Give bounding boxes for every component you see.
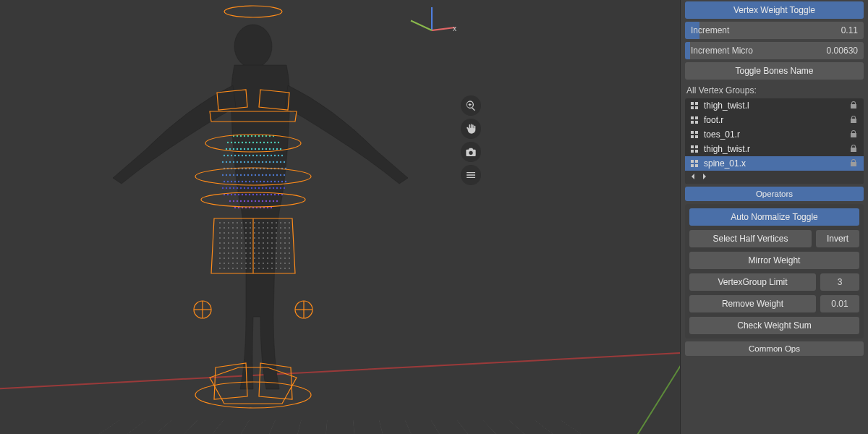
viewport-3d[interactable]: x xyxy=(0,0,680,434)
svg-point-76 xyxy=(276,161,278,163)
svg-point-69 xyxy=(251,161,252,163)
svg-point-136 xyxy=(233,187,234,189)
svg-point-292 xyxy=(280,247,281,249)
scroll-left-icon[interactable] xyxy=(689,172,697,182)
svg-point-273 xyxy=(271,242,273,244)
svg-point-243 xyxy=(289,232,290,234)
svg-point-164 xyxy=(271,194,272,195)
lock-icon[interactable] xyxy=(849,144,859,154)
remove-weight-value[interactable]: 0.01 xyxy=(820,295,859,312)
svg-point-215 xyxy=(241,227,242,229)
svg-point-130 xyxy=(278,181,279,182)
svg-point-217 xyxy=(250,227,251,229)
svg-point-346 xyxy=(219,268,221,269)
vertex-group-row[interactable]: thigh_twist.r xyxy=(685,142,864,156)
svg-point-142 xyxy=(255,187,256,189)
check-weight-sum-button[interactable]: Check Weight Sum xyxy=(689,317,859,334)
svg-point-124 xyxy=(256,181,258,182)
mirror-weight-button[interactable]: Mirror Weight xyxy=(689,252,859,269)
svg-rect-381 xyxy=(695,116,698,119)
svg-point-39 xyxy=(265,148,267,150)
camera-icon[interactable] xyxy=(461,142,481,162)
svg-point-319 xyxy=(250,258,251,259)
invert-button[interactable]: Invert xyxy=(816,230,859,247)
svg-point-284 xyxy=(245,247,247,249)
svg-point-63 xyxy=(229,161,231,163)
svg-point-259 xyxy=(284,237,286,239)
vertex-group-row[interactable]: foot.r xyxy=(685,113,864,127)
svg-point-332 xyxy=(232,263,234,264)
lock-icon[interactable] xyxy=(849,158,859,169)
svg-point-289 xyxy=(267,247,268,249)
svg-point-258 xyxy=(280,237,281,239)
svg-rect-384 xyxy=(691,131,694,134)
svg-point-161 xyxy=(260,194,261,195)
svg-point-204 xyxy=(267,222,268,224)
svg-point-225 xyxy=(284,227,286,229)
vertex-group-limit-value[interactable]: 3 xyxy=(820,273,859,291)
pan-hand-icon[interactable] xyxy=(461,119,481,139)
svg-point-61 xyxy=(222,161,224,163)
svg-point-25 xyxy=(271,142,272,143)
svg-point-67 xyxy=(244,161,245,163)
operators-header-button[interactable]: Operators xyxy=(685,187,864,201)
svg-point-272 xyxy=(267,242,268,244)
svg-point-54 xyxy=(260,155,261,156)
svg-point-279 xyxy=(224,247,225,249)
svg-point-223 xyxy=(276,227,277,229)
svg-rect-379 xyxy=(695,106,698,109)
remove-weight-button[interactable]: Remove Weight xyxy=(689,295,816,312)
vertex-group-row[interactable]: toes_01.r xyxy=(685,127,864,142)
orthographic-toggle-icon[interactable] xyxy=(461,165,481,185)
vertex-group-row[interactable]: thigh_twist.l xyxy=(685,98,864,113)
svg-point-260 xyxy=(289,237,290,239)
svg-point-222 xyxy=(271,227,273,229)
svg-point-146 xyxy=(269,187,271,189)
vertex-group-row[interactable]: spine_01.x xyxy=(685,156,864,171)
svg-point-150 xyxy=(284,187,285,189)
svg-point-278 xyxy=(219,247,221,249)
zoom-icon[interactable] xyxy=(461,95,481,116)
scroll-right-icon[interactable] xyxy=(701,172,708,182)
svg-point-153 xyxy=(231,194,232,195)
lock-icon[interactable] xyxy=(849,115,859,125)
svg-point-7 xyxy=(255,135,256,137)
svg-point-99 xyxy=(229,174,231,176)
svg-point-16 xyxy=(238,142,239,143)
svg-point-17 xyxy=(242,142,243,143)
toggle-bones-name-button[interactable]: Toggle Bones Name xyxy=(685,62,864,80)
svg-point-326 xyxy=(280,258,281,259)
select-half-vertices-button[interactable]: Select Half Vertices xyxy=(689,230,812,247)
svg-point-175 xyxy=(255,200,256,202)
vertex-weight-toggle-button[interactable]: Vertex Weight Toggle xyxy=(685,1,864,19)
svg-point-68 xyxy=(247,161,249,163)
svg-point-140 xyxy=(247,187,249,189)
viewport-nav-tools xyxy=(461,95,481,185)
lock-icon[interactable] xyxy=(849,129,859,140)
svg-point-257 xyxy=(276,237,277,239)
svg-point-320 xyxy=(254,258,255,259)
floor-grid xyxy=(0,420,680,434)
lock-icon[interactable] xyxy=(849,101,859,111)
common-ops-header-button[interactable]: Common Ops xyxy=(685,341,864,356)
increment-micro-slider[interactable]: Increment Micro 0.00630 xyxy=(685,42,864,59)
svg-point-337 xyxy=(254,263,255,264)
svg-point-282 xyxy=(237,247,238,249)
vertex-group-list[interactable]: thigh_twist.lfoot.rtoes_01.rthigh_twist.… xyxy=(685,98,864,184)
svg-point-306 xyxy=(267,252,268,254)
svg-rect-395 xyxy=(695,164,698,167)
svg-point-318 xyxy=(245,258,247,259)
svg-point-242 xyxy=(284,232,286,234)
svg-point-20 xyxy=(252,142,254,143)
increment-slider[interactable]: Increment 0.11 xyxy=(685,22,864,39)
svg-point-143 xyxy=(258,187,260,189)
svg-point-232 xyxy=(241,232,242,234)
svg-point-145 xyxy=(265,187,267,189)
svg-point-47 xyxy=(234,155,236,156)
vertex-group-limit-button[interactable]: VertexGroup Limit xyxy=(689,273,816,291)
orientation-gizmo[interactable]: x xyxy=(407,4,457,55)
svg-point-218 xyxy=(254,227,255,229)
svg-point-360 xyxy=(280,268,281,269)
svg-point-202 xyxy=(258,222,260,224)
auto-normalize-toggle-button[interactable]: Auto Normalize Toggle xyxy=(689,208,859,226)
